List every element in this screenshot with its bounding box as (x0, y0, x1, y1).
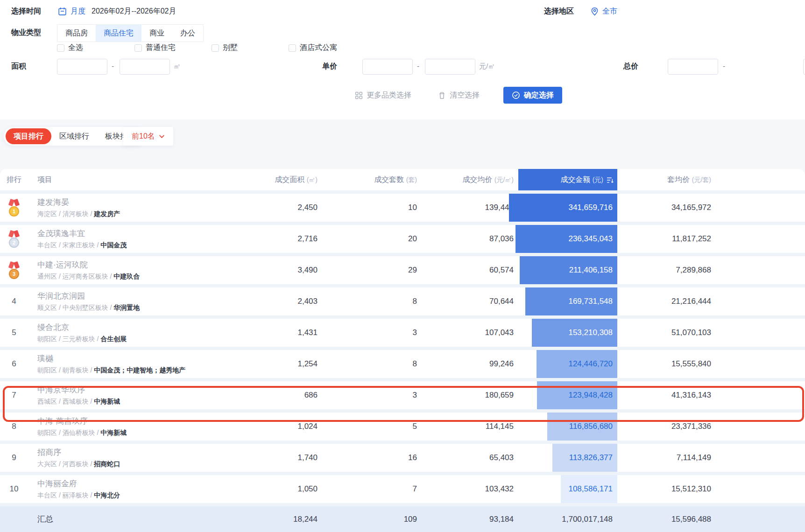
property-type-tab[interactable]: 商品房 (57, 25, 96, 42)
property-type-tab[interactable]: 商品住宅 (96, 25, 141, 42)
unit-price-min-input[interactable] (362, 59, 413, 75)
area-min-input[interactable] (57, 59, 107, 75)
per-unit-price-value: 7,289,868 (622, 266, 711, 275)
unit-price-max-input[interactable] (425, 59, 475, 75)
ranking-tab[interactable]: 区域排行 (51, 128, 97, 144)
region-filter-label: 选择地区 (544, 7, 574, 16)
table-row[interactable]: 7 7 中海京华玖序 西城区 / 西城板块 / 中海新城 686 3 180,6… (0, 378, 805, 409)
region-value-link[interactable]: 全市 (602, 7, 617, 16)
deal-avg-price-value: 99,246 (417, 359, 514, 369)
rank-cell: 5 5 (0, 328, 28, 337)
unit-price-label: 单价 (322, 62, 337, 71)
deal-area-value: 2,450 (261, 203, 318, 212)
deal-amount-cell: 211,406,158 (514, 256, 622, 284)
deal-units-value: 20 (318, 234, 417, 244)
medal-icon: 1 (8, 199, 20, 217)
table-row[interactable]: 10 10 中海丽金府 丰台区 / 丽泽板块 / 中海北分 1,050 7 10… (0, 472, 805, 503)
rank-cell: 9 9 (0, 453, 28, 462)
project-developer: 中海北分 (94, 491, 120, 499)
header-rank: 排行 (0, 175, 28, 185)
time-granularity-link[interactable]: 月度 (71, 7, 85, 16)
ranking-section: 项目排行区域排行板块排行 前10名 排行 项目 成交面积 (㎡) 成交套数 (套… (0, 119, 805, 532)
subtype-checkbox-item[interactable]: 普通住宅 (134, 43, 176, 53)
table-row[interactable]: 8 8 中海·萬吉玖序 朝阳区 / 酒仙桥板块 / 中海新城 1,024 5 1… (0, 409, 805, 441)
amount-bar: 236,345,043 (515, 225, 617, 253)
area-max-input[interactable] (120, 59, 170, 75)
rank-cell: 8 8 (0, 422, 28, 431)
date-range-value[interactable]: 2026年02月--2026年02月 (92, 7, 176, 16)
deal-units-value: 7 (318, 484, 417, 494)
project-developer: 招商蛇口 (94, 460, 120, 468)
project-location: 朝阳区 / 朝青板块 / (37, 366, 92, 374)
clear-selection-button[interactable]: 清空选择 (438, 87, 480, 104)
subtype-checkbox-item[interactable]: 别墅 (212, 43, 238, 53)
grid-icon (355, 91, 363, 99)
confirm-selection-button[interactable]: 确定选择 (503, 87, 562, 104)
table-row[interactable]: 2 2 金茂璞逸丰宜 丰台区 / 宋家庄板块 / 中国金茂 2,716 20 8… (0, 222, 805, 253)
project-name: 华润北京润园 (37, 291, 261, 301)
total-price-max-input[interactable] (803, 59, 805, 75)
summary-amount: 1,700,017,148 (514, 515, 622, 524)
project-developer: 中建玖合 (113, 273, 140, 280)
deal-units-value: 3 (318, 328, 417, 337)
property-type-tab[interactable]: 商业 (141, 25, 172, 42)
deal-area-value: 1,740 (261, 453, 318, 462)
project-developer: 中国金茂 (100, 241, 127, 249)
header-units[interactable]: 成交套数 (套) (318, 175, 417, 185)
more-categories-button[interactable]: 更多品类选择 (355, 87, 411, 104)
deal-avg-price-value: 114,145 (417, 422, 514, 431)
checkbox-icon[interactable] (212, 44, 219, 52)
per-unit-price-value: 23,371,336 (622, 422, 711, 431)
topn-dropdown[interactable]: 前10名 (123, 127, 173, 146)
project-name: 缦合北京 (37, 322, 261, 333)
checkbox-icon[interactable] (289, 44, 296, 52)
area-range-label: 面积 (11, 62, 26, 71)
amount-bar: 341,659,716 (509, 194, 617, 222)
summary-label: 汇总 (28, 514, 261, 525)
property-type-tabs: 商品房商品住宅商业办公 (57, 24, 204, 42)
project-name: 建发海晏 (37, 197, 261, 208)
header-per-unit[interactable]: 套均价 (元/套) (622, 175, 711, 185)
topn-label: 前10名 (132, 132, 155, 141)
deal-units-value: 29 (318, 266, 417, 275)
summary-per-unit: 15,596,488 (622, 515, 711, 524)
table-row[interactable]: 4 4 华润北京润园 顺义区 / 中央别墅区板块 / 华润置地 2,403 8 … (0, 284, 805, 315)
table-row[interactable]: 5 5 缦合北京 朝阳区 / 三元桥板块 / 合生创展 1,431 3 107,… (0, 315, 805, 347)
header-avg-price[interactable]: 成交均价 (元/㎡) (417, 175, 514, 185)
project-cell: 建发海晏 海淀区 / 清河板块 / 建发房产 (28, 197, 261, 218)
header-amount-sort[interactable]: 成交金额 (元) (514, 169, 622, 190)
filter-actions-row: 更多品类选择 清空选择 确定选择 (0, 87, 805, 104)
rank-cell: 7 7 (0, 391, 28, 400)
total-price-min-input[interactable] (668, 59, 718, 75)
header-area[interactable]: 成交面积 (㎡) (261, 175, 318, 185)
table-row[interactable]: 1 1 建发海晏 海淀区 / 清河板块 / 建发房产 2,450 10 139,… (0, 190, 805, 222)
deal-area-value: 1,254 (261, 359, 318, 369)
table-row[interactable]: 9 9 招商序 大兴区 / 河西板块 / 招商蛇口 1,740 16 65,40… (0, 441, 805, 472)
deal-amount-cell: 236,345,043 (514, 225, 622, 253)
deal-avg-price-value: 70,644 (417, 297, 514, 306)
per-unit-price-value: 21,216,444 (622, 297, 711, 306)
subtype-checkbox-item[interactable]: 全选 (57, 43, 83, 53)
deal-units-value: 8 (318, 359, 417, 369)
medal-icon: 3 (8, 262, 20, 279)
unit-price-dash: - (417, 62, 419, 70)
area-range-dash: - (112, 62, 114, 70)
table-row[interactable]: 6 6 璞樾 朝阳区 / 朝青板块 / 中国金茂；中建智地；越秀地产 1,254… (0, 347, 805, 378)
deal-units-value: 5 (318, 422, 417, 431)
deal-avg-price-value: 60,574 (417, 266, 514, 275)
summary-row: 汇总 18,244 109 93,184 1,700,017,148 15,59… (0, 503, 805, 532)
subtype-checkbox-item[interactable]: 酒店式公寓 (289, 43, 337, 53)
summary-units: 109 (318, 515, 417, 524)
ranking-tab[interactable]: 项目排行 (6, 128, 51, 144)
location-pin-icon (590, 7, 599, 16)
project-cell: 华润北京润园 顺义区 / 中央别墅区板块 / 华润置地 (28, 291, 261, 312)
project-cell: 中建·运河玖院 通州区 / 运河商务区板块 / 中建玖合 (28, 259, 261, 281)
total-price-dash: - (723, 62, 725, 70)
checkbox-icon[interactable] (57, 44, 64, 52)
property-type-tab[interactable]: 办公 (172, 25, 203, 42)
project-name: 金茂璞逸丰宜 (37, 228, 261, 239)
table-row[interactable]: 3 3 中建·运河玖院 通州区 / 运河商务区板块 / 中建玖合 3,490 2… (0, 253, 805, 284)
checkbox-icon[interactable] (134, 44, 142, 52)
project-name: 中海·萬吉玖序 (37, 416, 261, 427)
deal-avg-price-value: 107,043 (417, 328, 514, 337)
